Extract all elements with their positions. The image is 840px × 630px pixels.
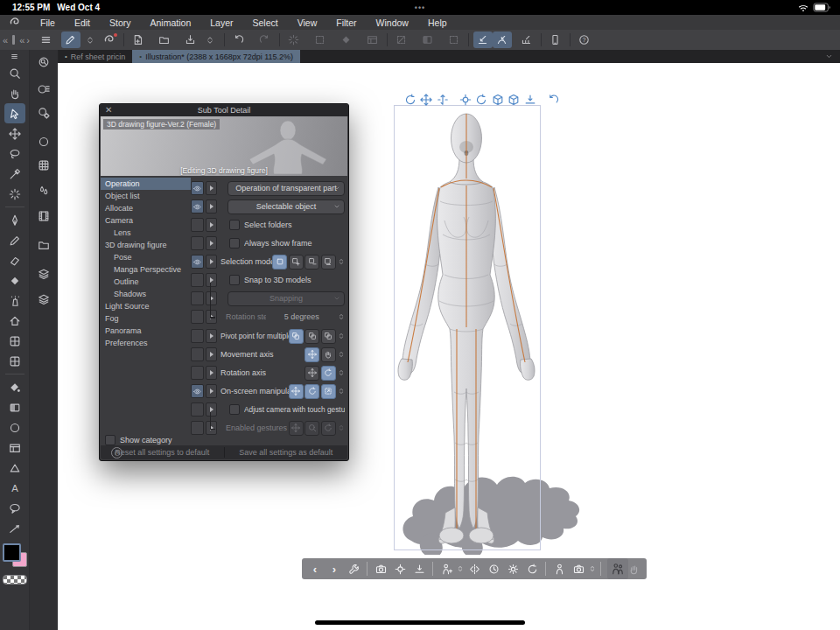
help-button[interactable] bbox=[575, 32, 594, 48]
menu-edit[interactable]: Edit bbox=[65, 18, 100, 28]
move-on-plane-icon[interactable] bbox=[508, 93, 521, 106]
category-pose[interactable]: Pose bbox=[101, 251, 191, 263]
tool-eyedropper[interactable] bbox=[4, 164, 25, 184]
menu-window[interactable]: Window bbox=[367, 18, 418, 28]
camera-stepper-icon[interactable] bbox=[589, 561, 596, 577]
object-selection-frame[interactable] bbox=[394, 105, 541, 550]
rotate-object-icon[interactable] bbox=[475, 93, 488, 106]
panel-layer-property[interactable] bbox=[33, 289, 54, 309]
toolbar-menu-icon[interactable] bbox=[4, 50, 25, 63]
tool-pencil[interactable] bbox=[4, 230, 25, 250]
close-icon[interactable]: ✕ bbox=[105, 105, 112, 115]
panel-sub-view[interactable] bbox=[33, 52, 54, 72]
expand-arrow-icon[interactable] bbox=[206, 236, 217, 250]
expand-arrow-icon[interactable] bbox=[206, 384, 217, 398]
all-figures-button[interactable] bbox=[607, 558, 628, 579]
home-indicator[interactable] bbox=[315, 620, 525, 625]
manipulator-move-button[interactable] bbox=[289, 384, 304, 399]
tool-soft-eraser[interactable] bbox=[4, 270, 25, 290]
category-lens[interactable]: Lens bbox=[101, 227, 191, 239]
rotation-axis-local-button[interactable] bbox=[304, 366, 319, 381]
deselect-button[interactable] bbox=[392, 32, 411, 48]
new-canvas-button[interactable] bbox=[129, 32, 148, 48]
gradient-button[interactable] bbox=[418, 32, 438, 48]
selection-border-button[interactable] bbox=[444, 32, 464, 48]
stepper-icon[interactable] bbox=[338, 311, 345, 324]
select-folders-checkbox[interactable] bbox=[229, 220, 240, 230]
rotate-camera-icon[interactable] bbox=[403, 93, 416, 106]
camera-angle-button[interactable] bbox=[372, 560, 389, 578]
flip-pose-button[interactable] bbox=[466, 560, 483, 578]
visibility-box[interactable] bbox=[191, 291, 204, 305]
visibility-eye-icon[interactable] bbox=[191, 255, 204, 269]
category-3d-drawing-figure[interactable]: 3D drawing figure bbox=[101, 239, 191, 251]
zoom-camera-icon[interactable] bbox=[436, 93, 449, 106]
snapping-dropdown[interactable]: Snapping bbox=[228, 291, 345, 306]
tool-polyline[interactable] bbox=[4, 458, 25, 478]
visibility-box[interactable] bbox=[191, 347, 204, 361]
tool-balloon[interactable] bbox=[4, 498, 25, 518]
show-category-checkbox[interactable] bbox=[105, 435, 116, 445]
reset-body-button[interactable] bbox=[504, 560, 522, 578]
expand-arrow-icon[interactable] bbox=[206, 181, 217, 195]
dialog-title-bar[interactable]: ✕ Sub Tool Detail bbox=[100, 104, 348, 116]
expand-arrow-icon[interactable] bbox=[206, 329, 217, 343]
clip-studio-logo-icon[interactable] bbox=[9, 17, 20, 28]
snap-special-ruler-button[interactable] bbox=[493, 32, 512, 48]
figure-stepper-icon[interactable] bbox=[457, 561, 464, 577]
stepper-icon[interactable] bbox=[337, 330, 345, 343]
selection-mode-add-button[interactable] bbox=[289, 255, 304, 270]
panel-brush-size[interactable] bbox=[33, 131, 54, 151]
visibility-eye-icon[interactable] bbox=[191, 200, 204, 214]
tool-move-layer[interactable] bbox=[4, 123, 25, 144]
tool-fill[interactable] bbox=[4, 377, 25, 397]
gesture-move-button[interactable] bbox=[289, 421, 304, 436]
object-settings-button[interactable] bbox=[345, 560, 362, 578]
category-panorama[interactable]: Panorama bbox=[101, 325, 191, 337]
undo-button[interactable] bbox=[229, 32, 248, 48]
move-camera-icon[interactable] bbox=[420, 93, 433, 106]
tool-perspective-ruler[interactable] bbox=[4, 311, 25, 331]
previous-button[interactable]: ‹ bbox=[306, 560, 324, 578]
tool-hand[interactable] bbox=[4, 83, 25, 103]
tool-stepper[interactable] bbox=[80, 32, 100, 48]
panel-material[interactable] bbox=[33, 234, 54, 255]
reset-all-settings-button[interactable]: Reset all settings to default bbox=[101, 445, 224, 459]
register-pose-button[interactable] bbox=[550, 560, 568, 578]
category-fog[interactable]: Fog bbox=[101, 312, 191, 325]
panel-timeline[interactable] bbox=[33, 206, 54, 226]
reset-rotation-button[interactable] bbox=[523, 560, 541, 578]
category-manga-perspective[interactable]: Manga Perspective bbox=[101, 263, 191, 276]
panel-color-mix[interactable] bbox=[33, 180, 54, 200]
tool-object[interactable] bbox=[4, 103, 25, 123]
stepper-icon[interactable] bbox=[337, 385, 345, 398]
rotation-axis-world-button[interactable] bbox=[321, 366, 336, 381]
save-button[interactable] bbox=[181, 32, 200, 48]
snap-to-3d-models-checkbox[interactable] bbox=[229, 275, 240, 285]
manipulator-rotate-button[interactable] bbox=[304, 384, 319, 399]
category-preferences[interactable]: Preferences bbox=[101, 337, 191, 349]
category-operation[interactable]: Operation bbox=[101, 178, 191, 190]
camera-preset-button[interactable] bbox=[570, 560, 587, 578]
snap-to-ground-icon[interactable] bbox=[523, 93, 536, 106]
transparent-color-swatch[interactable] bbox=[3, 575, 27, 584]
menu-select[interactable]: Select bbox=[243, 18, 288, 28]
main-color-swatch[interactable] bbox=[3, 543, 21, 562]
operation-of-transparent-part-dropdown[interactable]: Operation of transparent part bbox=[228, 181, 345, 196]
tool-text[interactable] bbox=[4, 478, 25, 498]
move-object-icon[interactable] bbox=[458, 93, 472, 106]
category-object-list[interactable]: Object list bbox=[101, 190, 191, 202]
visibility-box[interactable] bbox=[191, 366, 204, 380]
snap-grid-button[interactable] bbox=[517, 32, 536, 48]
reset-pose-button[interactable] bbox=[485, 560, 502, 578]
category-light-source[interactable]: Light Source bbox=[101, 300, 191, 312]
expand-arrow-icon[interactable] bbox=[206, 200, 217, 214]
tool-pen[interactable] bbox=[4, 210, 25, 230]
selection-mode-swap-button[interactable] bbox=[321, 255, 336, 270]
menu-view[interactable]: View bbox=[288, 18, 327, 28]
menu-file[interactable]: File bbox=[31, 18, 65, 28]
menu-help[interactable]: Help bbox=[418, 18, 457, 28]
companion-mode-button[interactable] bbox=[546, 32, 565, 48]
add-figure-button[interactable] bbox=[438, 560, 455, 578]
collapse-icon[interactable]: « bbox=[19, 35, 24, 46]
